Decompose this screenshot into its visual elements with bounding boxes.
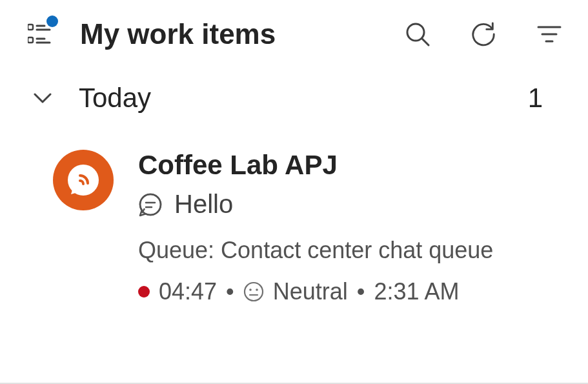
- work-items-view-icon[interactable]: [26, 19, 56, 49]
- separator: •: [357, 278, 365, 305]
- panel-header: My work items: [0, 0, 588, 62]
- status-dot-icon: [138, 286, 150, 298]
- work-item-body: Coffee Lab APJ Hello Queue: Contact cent…: [138, 150, 562, 305]
- section-count: 1: [528, 83, 543, 114]
- work-item[interactable]: Coffee Lab APJ Hello Queue: Contact cent…: [0, 128, 588, 325]
- work-item-message-row: Hello: [138, 190, 562, 219]
- chat-avatar-icon: [66, 163, 101, 197]
- svg-rect-1: [28, 37, 33, 43]
- sentiment-label: Neutral: [273, 278, 348, 305]
- svg-point-16: [249, 288, 252, 291]
- svg-point-17: [256, 288, 258, 291]
- filter-button[interactable]: [536, 21, 562, 47]
- panel-title: My work items: [80, 18, 405, 50]
- avatar: [53, 150, 114, 210]
- work-item-status: 04:47 • Neutral • 2:31 AM: [138, 278, 562, 305]
- notification-dot: [46, 15, 58, 27]
- search-button[interactable]: [405, 21, 431, 47]
- message-icon: [138, 192, 163, 217]
- refresh-button[interactable]: [471, 21, 496, 47]
- refresh-icon: [471, 21, 496, 48]
- header-actions: [405, 21, 562, 47]
- work-item-title: Coffee Lab APJ: [138, 150, 562, 181]
- filter-icon: [537, 25, 562, 44]
- timestamp: 2:31 AM: [374, 278, 459, 305]
- svg-point-15: [245, 283, 263, 301]
- separator: •: [226, 278, 234, 305]
- work-item-queue: Queue: Contact center chat queue: [138, 237, 562, 264]
- chevron-down-icon: [31, 86, 54, 110]
- search-icon: [405, 21, 431, 47]
- timer-value: 04:47: [159, 278, 217, 305]
- work-item-message: Hello: [174, 190, 233, 219]
- neutral-face-icon: [243, 281, 264, 302]
- svg-rect-0: [28, 25, 33, 30]
- svg-line-7: [422, 39, 429, 45]
- section-header-today[interactable]: Today 1: [0, 62, 588, 128]
- section-label: Today: [79, 83, 528, 114]
